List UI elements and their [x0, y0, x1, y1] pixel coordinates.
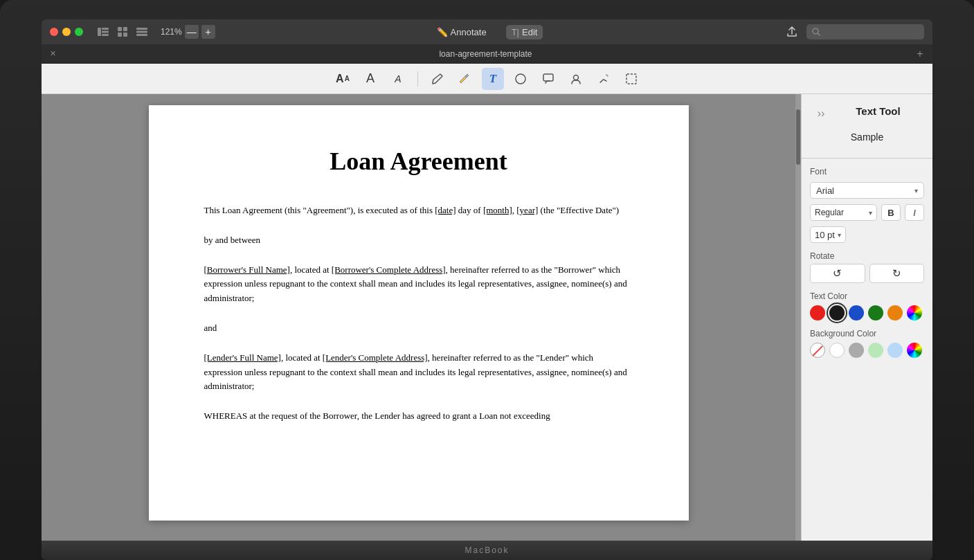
text-tool-button[interactable]: T [482, 68, 504, 90]
pdf-viewer[interactable]: Loan Agreement This Loan Agreement (this… [42, 94, 795, 541]
font-size-dropdown[interactable]: 10 pt ▾ [810, 226, 846, 243]
date-placeholder: [date] [435, 205, 456, 215]
color-swatch-black[interactable] [829, 305, 845, 320]
list-view-icon[interactable] [134, 24, 150, 39]
font-label: Font [802, 164, 932, 179]
panel-collapse-button[interactable]: ›› [813, 105, 829, 122]
svg-rect-7 [123, 33, 127, 37]
bg-swatch-white[interactable] [829, 343, 845, 358]
borrower-name-placeholder: [Borrower's Full Name] [204, 264, 290, 275]
paragraph-6: WHEREAS at the request of the Borrower, … [204, 409, 633, 424]
year-placeholder: [year] [516, 205, 538, 215]
bg-swatch-none[interactable] [810, 343, 825, 358]
bg-swatch-gray[interactable] [849, 343, 864, 358]
svg-rect-10 [136, 34, 147, 36]
toolbar-divider-1 [417, 71, 418, 87]
font-size-value: 10 pt [815, 230, 835, 240]
text-small-tool-button[interactable]: A [387, 68, 409, 90]
color-swatch-green[interactable] [868, 305, 883, 320]
bg-swatch-light-blue[interactable] [887, 343, 903, 358]
draw-tool-button[interactable] [593, 68, 615, 90]
annotate-mode-button[interactable]: ✏️ Annotate [431, 25, 492, 39]
scrollbar[interactable] [795, 94, 801, 541]
document-body: This Loan Agreement (this "Agreement"), … [204, 204, 633, 424]
bg-swatch-multicolor[interactable] [907, 343, 922, 358]
paragraph-2: by and between [204, 233, 633, 248]
tab-title: loan-agreement-template [60, 49, 912, 59]
rotate-buttons: ↺ ↻ [810, 264, 924, 283]
selection-tool-button[interactable] [620, 68, 642, 90]
paragraph-1: This Loan Agreement (this "Agreement"), … [204, 204, 633, 218]
laptop-outer: 121% — + ✏️ Annotate T| Edit [0, 0, 974, 560]
document-title: Loan Agreement [204, 147, 633, 176]
titlebar-right [784, 24, 924, 39]
text-large-tool-button[interactable]: A [359, 68, 381, 90]
rotate-ccw-button[interactable]: ↺ [810, 264, 865, 283]
lender-address-placeholder: [Lender's Complete Address] [323, 352, 428, 363]
edit-mode-button[interactable]: T| Edit [506, 25, 543, 39]
shapes-tool-button[interactable] [509, 68, 532, 90]
rotate-section: Rotate ↺ ↻ [810, 251, 924, 283]
zoom-out-button[interactable]: — [185, 25, 199, 39]
macbook-label: MacBook [465, 545, 509, 555]
svg-rect-4 [118, 27, 122, 31]
font-family-dropdown[interactable]: Arial ▾ [810, 182, 924, 199]
svg-rect-8 [136, 28, 147, 30]
svg-rect-9 [136, 31, 147, 33]
borrower-address-placeholder: [Borrower's Complete Address] [332, 264, 446, 275]
font-style-dropdown[interactable]: Regular ▾ [810, 204, 877, 221]
paragraph-3: [Borrower's Full Name], located at [Borr… [204, 263, 633, 306]
text-color-swatches [810, 305, 924, 320]
tab-add-button[interactable]: + [913, 47, 927, 61]
svg-line-12 [818, 33, 820, 35]
tab-close-button[interactable]: ✕ [47, 48, 58, 60]
zoom-in-button[interactable]: + [201, 25, 215, 39]
search-box[interactable] [806, 24, 924, 39]
svg-rect-6 [118, 33, 122, 37]
font-family-arrow-icon: ▾ [914, 187, 918, 195]
bg-swatch-light-green[interactable] [868, 343, 883, 358]
rotate-label: Rotate [810, 251, 924, 261]
maximize-button[interactable] [75, 28, 83, 36]
color-swatch-red[interactable] [810, 305, 825, 320]
svg-point-15 [574, 75, 579, 80]
rotate-cw-button[interactable]: ↻ [869, 264, 925, 283]
color-swatch-orange[interactable] [887, 305, 903, 320]
share-button[interactable] [784, 24, 800, 39]
panel-separator-1 [802, 158, 932, 159]
laptop-bottom: MacBook [42, 541, 932, 560]
color-swatch-multicolor[interactable] [907, 305, 922, 320]
tabbar: ✕ loan-agreement-template + [42, 44, 932, 64]
svg-rect-14 [543, 74, 553, 81]
titlebar: 121% — + ✏️ Annotate T| Edit [42, 19, 932, 44]
italic-button[interactable]: I [905, 204, 924, 221]
pdf-page: Loan Agreement This Loan Agreement (this… [149, 105, 689, 521]
scrollbar-thumb[interactable] [796, 109, 800, 165]
main-area: Loan Agreement This Loan Agreement (this… [42, 94, 932, 541]
text-color-section: Text Color [810, 291, 924, 320]
month-placeholder: [month] [483, 205, 512, 215]
highlighter-tool-button[interactable] [454, 68, 476, 90]
close-button[interactable] [50, 28, 58, 36]
comment-tool-button[interactable] [537, 68, 559, 90]
sidebar-toggle-icon[interactable] [96, 24, 111, 39]
panel-header: ›› Text Tool [802, 94, 932, 125]
svg-rect-2 [102, 31, 109, 33]
font-size-arrow-icon: ▾ [838, 231, 841, 239]
lender-name-placeholder: [Lender's Full Name] [204, 352, 281, 363]
minimize-button[interactable] [62, 28, 71, 36]
font-family-value: Arial [816, 186, 914, 196]
bg-color-swatches [810, 343, 924, 358]
font-size-row: 10 pt ▾ [810, 226, 924, 243]
text-resize-tool-button[interactable]: AA [332, 68, 354, 90]
pencil-tool-button[interactable] [426, 68, 449, 90]
bg-color-section: Background Color [810, 329, 924, 358]
svg-rect-16 [626, 74, 636, 84]
titlebar-view-icons [96, 24, 150, 39]
signature-tool-button[interactable] [565, 68, 587, 90]
grid-view-icon[interactable] [115, 24, 130, 39]
paragraph-5: [Lender's Full Name], located at [Lender… [204, 351, 633, 394]
bold-button[interactable]: B [881, 204, 901, 221]
font-style-row: Regular ▾ B I [810, 204, 924, 221]
color-swatch-blue[interactable] [849, 305, 864, 320]
